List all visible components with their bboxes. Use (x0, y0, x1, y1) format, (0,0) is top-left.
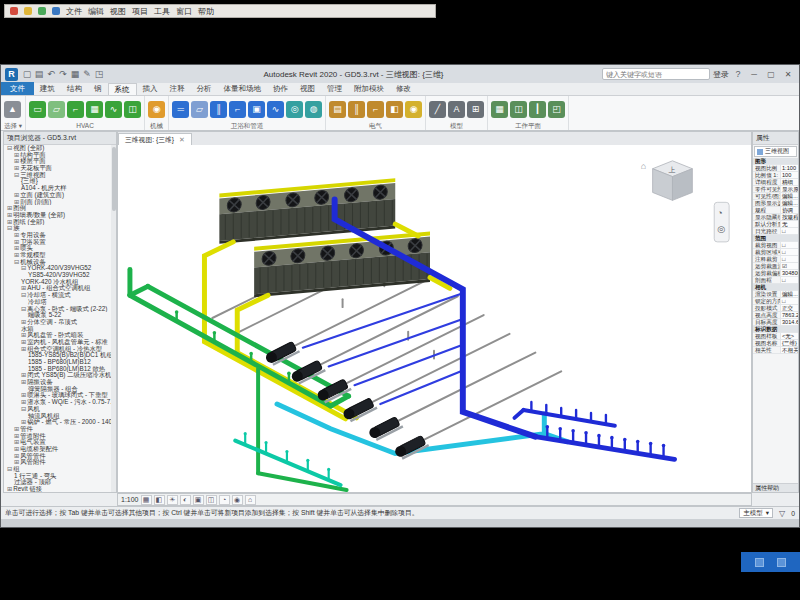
browser-item[interactable]: {三维} (4, 178, 111, 185)
taskbar-icon[interactable] (755, 558, 764, 567)
ref-plane-button[interactable]: ┃ (529, 101, 546, 118)
property-group[interactable]: 标识数据 (753, 326, 798, 333)
property-value[interactable]: 无 (780, 221, 798, 227)
property-value[interactable]: {三维} (780, 340, 798, 346)
property-value[interactable]: 不相关 (780, 347, 798, 353)
viewer-button[interactable]: ◰ (548, 101, 565, 118)
property-value[interactable]: 304800.0 (780, 270, 798, 276)
property-value[interactable]: <无> (780, 333, 798, 339)
expander-icon[interactable]: ⊞ (21, 392, 26, 398)
duct-button[interactable]: ▭ (29, 101, 46, 118)
browser-item[interactable]: 1585 - BP680(LM)B12 (4, 359, 111, 366)
close-button[interactable]: ✕ (781, 68, 795, 81)
browser-item[interactable]: ⊟冷却塔 - 横流式 (4, 292, 111, 299)
expander-icon[interactable]: ⊞ (21, 346, 26, 352)
browser-item[interactable]: ⊞专用设备 (4, 232, 111, 239)
expander-icon[interactable]: ⊞ (21, 372, 26, 378)
search-input[interactable] (602, 68, 710, 80)
browser-item[interactable]: ⊟族 (4, 225, 111, 232)
expander-icon[interactable]: ⊞ (14, 446, 19, 452)
expander-icon[interactable]: ⊞ (14, 192, 19, 198)
conduit-button[interactable]: ║ (348, 101, 365, 118)
visual-style-icon[interactable]: ◧ (154, 495, 165, 505)
property-value[interactable]: 编辑... (780, 291, 798, 297)
expander-icon[interactable]: ⊞ (7, 212, 12, 218)
model-3d-view[interactable]: ⌂ 上 ◔ ◎ (118, 145, 751, 492)
undo-icon[interactable]: ↶ (45, 68, 57, 81)
flex-pipe-button[interactable]: ∿ (267, 101, 284, 118)
expander-icon[interactable]: ⊞ (14, 439, 19, 445)
3d-view-icon[interactable]: ◳ (93, 68, 105, 81)
revit-app-icon[interactable]: R (5, 68, 18, 81)
property-value[interactable]: 协调 (780, 207, 798, 213)
expander-icon[interactable]: ⊞ (14, 252, 19, 258)
crop-view-icon[interactable]: ▣ (193, 495, 204, 505)
view-tab-3d[interactable]: 三维视图: {三维} ✕ (118, 133, 192, 145)
browser-item[interactable]: ⊞风管管件 (4, 453, 111, 460)
top-menu-6[interactable]: 帮助 (198, 6, 214, 17)
browser-item[interactable]: ⊟视图 (全部) (4, 145, 111, 152)
browser-item[interactable]: ⊟离心泵 - 卧式 - 端吸式 (2-22) (4, 306, 111, 313)
cooling-tower-bank-1[interactable] (219, 178, 395, 244)
browser-item[interactable]: ⊞风管附件 (4, 459, 111, 466)
property-value[interactable]: □ (780, 228, 798, 234)
measure-icon[interactable]: ✎ (81, 68, 93, 81)
property-value[interactable]: □ (780, 277, 798, 283)
expander-icon[interactable]: ⊞ (14, 459, 19, 465)
reveal-hidden-icon[interactable]: ◉ (232, 495, 243, 505)
expander-icon[interactable]: ⊟ (7, 225, 12, 231)
browser-item[interactable]: ⊞喷淋头 - 玻璃球闭式 - 下垂型 (4, 392, 111, 399)
cooling-tower-bank-2[interactable] (254, 232, 430, 298)
model-text-button[interactable]: A (448, 101, 465, 118)
browser-item[interactable]: ⊞潜水泵 - WQ/E - 污水 - 0.75-7.5 kW (4, 399, 111, 406)
ribbon-tab-5[interactable]: 插入 (137, 83, 164, 95)
workset-selector[interactable]: 主模型 ▾ (739, 508, 773, 518)
sign-in-link[interactable]: 登录 (713, 69, 729, 80)
expander-icon[interactable]: ⊞ (14, 232, 19, 238)
browser-item[interactable]: ⊞组合式空调机组 - 冷热水型 (4, 346, 111, 353)
ribbon-tab-1[interactable]: 建筑 (34, 83, 61, 95)
plumbing-fixture-button[interactable]: ◎ (286, 101, 303, 118)
browser-item[interactable]: YORK-420 冷水机组 (4, 279, 111, 286)
viewcube[interactable]: ⌂ 上 (641, 161, 693, 201)
browser-item[interactable]: 水箱 (4, 326, 111, 333)
browser-item[interactable]: ⊞闭式 YS85(B) 二级压缩冷水机组 (4, 372, 111, 379)
sun-path-icon[interactable]: ☀ (167, 495, 178, 505)
ribbon-tab-12[interactable]: 附加模块 (348, 83, 390, 95)
property-group[interactable]: 范围 (753, 235, 798, 242)
browser-item[interactable]: ⊞常规模型 (4, 252, 111, 259)
browser-item[interactable]: 轴流风机组 (4, 413, 111, 420)
mechanical-equipment-button[interactable]: ◉ (148, 101, 165, 118)
property-value[interactable]: □ (780, 298, 798, 304)
top-menu-4[interactable]: 工具 (154, 6, 170, 17)
expander-icon[interactable]: ⊟ (7, 145, 12, 151)
browser-item[interactable]: 端吸泵 5-22 (4, 312, 111, 319)
expander-icon[interactable]: ⊞ (21, 332, 26, 338)
duct-placeholder-button[interactable]: ▱ (48, 101, 65, 118)
browser-item[interactable]: ⊞室内机 - 风机盘管单元 - 标准 (4, 339, 111, 346)
detail-level-icon[interactable]: ▦ (141, 495, 152, 505)
duct-accessory-button[interactable]: ▦ (86, 101, 103, 118)
property-value[interactable]: 显示原状态 (780, 186, 798, 192)
browser-item[interactable]: 1 行三通 - 弯头 (4, 473, 111, 480)
browser-item[interactable]: ⊞电气装置 (4, 439, 111, 446)
taskbar-fragment[interactable] (741, 552, 800, 572)
browser-item[interactable]: ⊞风机盘管 - 卧式暗装 (4, 332, 111, 339)
air-terminal-button[interactable]: ◫ (124, 101, 141, 118)
expander-icon[interactable]: ⊞ (21, 339, 26, 345)
redo-icon[interactable]: ↷ (57, 68, 69, 81)
sprinkler-button[interactable]: ◍ (305, 101, 322, 118)
ribbon-tab-7[interactable]: 分析 (191, 83, 218, 95)
expander-icon[interactable]: ⊞ (21, 285, 26, 291)
browser-item[interactable]: ⊟风机 (4, 406, 111, 413)
browser-item[interactable]: ⊞锅炉 - 燃气 - 常压 - 2000 - 14000 kW (4, 419, 111, 426)
expander-icon[interactable]: ⊞ (7, 486, 12, 492)
flex-duct-button[interactable]: ∿ (105, 101, 122, 118)
browser-item[interactable]: ⊞楼层平面 (4, 158, 111, 165)
model-line-button[interactable]: ╱ (429, 101, 446, 118)
browser-item[interactable]: ⊟YORK-420/V39VHG52 (4, 265, 111, 272)
top-menu-0[interactable]: 文件 (66, 6, 82, 17)
browser-item[interactable]: 过滤器 - 顶部 (4, 479, 111, 486)
model-group-button[interactable]: ⊞ (467, 101, 484, 118)
worksharing-display-icon[interactable]: ⌂ (245, 495, 256, 505)
